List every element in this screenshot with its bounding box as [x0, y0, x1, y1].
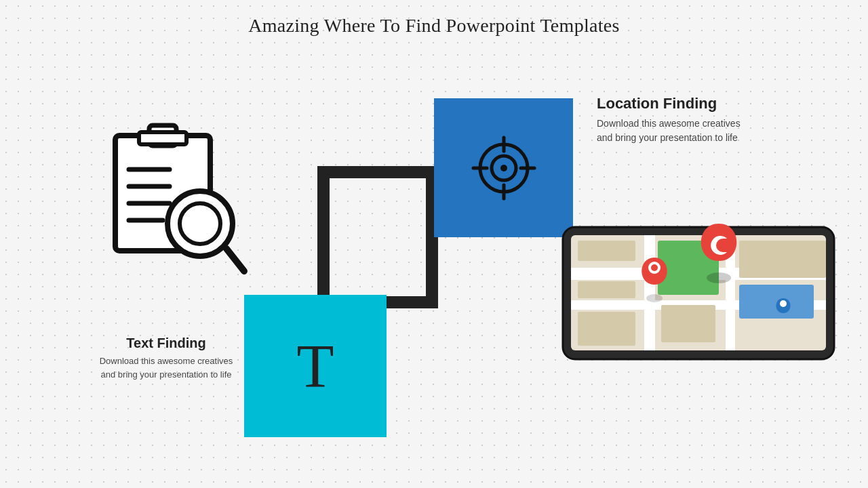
text-finding-heading: Text Finding: [88, 336, 244, 351]
svg-rect-21: [644, 235, 655, 350]
svg-point-33: [707, 272, 731, 283]
svg-point-32: [651, 264, 658, 271]
t-letter: T: [297, 331, 334, 401]
svg-rect-27: [578, 312, 635, 346]
connector-horizontal-top: [317, 166, 438, 178]
svg-rect-24: [739, 285, 814, 319]
location-finding-section: Location Finding Download this awesome c…: [597, 95, 827, 145]
svg-line-9: [226, 249, 244, 271]
svg-point-34: [780, 300, 787, 307]
text-finding-description: Download this awesome creatives and brin…: [88, 354, 244, 381]
svg-rect-2: [139, 132, 186, 144]
location-heading: Location Finding: [597, 95, 827, 113]
svg-point-8: [180, 203, 220, 244]
text-finding-section: Text Finding Download this awesome creat…: [88, 336, 244, 381]
blue-target-box: [434, 98, 573, 237]
svg-rect-29: [661, 305, 715, 342]
svg-point-30: [646, 294, 663, 302]
map-illustration: [556, 186, 841, 369]
svg-point-12: [500, 165, 507, 171]
location-description: Download this awesome creatives and brin…: [597, 117, 827, 145]
page-title: Amazing Where To Find Powerpoint Templat…: [0, 0, 868, 37]
svg-rect-25: [578, 241, 635, 261]
connector-vertical-left: [317, 166, 330, 308]
main-area: T Location Finding Download this awesome…: [0, 54, 868, 488]
teal-t-box: T: [244, 295, 387, 437]
svg-rect-26: [578, 281, 635, 298]
clipboard-icon: [102, 108, 251, 285]
svg-rect-28: [739, 241, 826, 278]
